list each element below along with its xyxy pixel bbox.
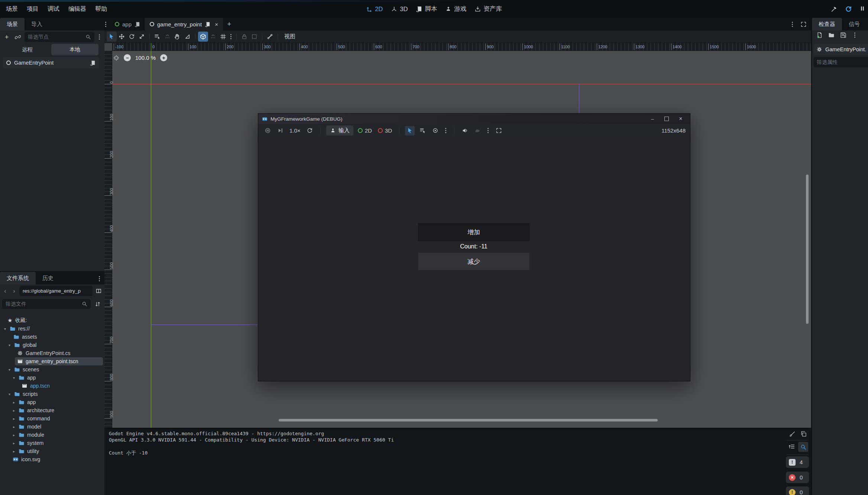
skeleton-options-button[interactable] xyxy=(265,32,275,42)
filter-files-input[interactable]: 筛选文件 xyxy=(2,299,91,309)
grid-toggle-button[interactable] xyxy=(218,32,228,42)
pivot-tool-button[interactable] xyxy=(162,32,172,42)
decrease-button[interactable]: 减少 xyxy=(418,253,529,270)
view-menu-button[interactable]: 视图 xyxy=(281,33,299,40)
ruler-tool-button[interactable] xyxy=(182,32,192,42)
game-window-titlebar[interactable]: MyGFrameworkGame (DEBUG) – × xyxy=(258,114,690,124)
scene-tab-app[interactable]: app xyxy=(110,18,145,30)
zoom-percent[interactable]: 100.0 % xyxy=(135,55,156,61)
tree-item-global[interactable]: ▾global xyxy=(0,341,103,349)
tree-item-game-entry-point-tscn[interactable]: game_entry_point.tscn xyxy=(15,357,103,365)
tab-signals[interactable]: 信号 xyxy=(842,18,867,30)
warnings-filter-badge[interactable]: ! 0 xyxy=(786,486,809,495)
editor-layout-menu-icon[interactable] xyxy=(792,24,793,25)
lock-node-button[interactable] xyxy=(239,32,249,42)
suspend-icon[interactable] xyxy=(263,126,272,136)
tab-node-clipped[interactable]: 节点 xyxy=(867,18,868,30)
group-node-button[interactable] xyxy=(249,32,259,42)
horizontal-scrollbar[interactable] xyxy=(279,419,658,421)
tree-item-utility[interactable]: ▸utility xyxy=(0,447,103,455)
mute-audio-button[interactable] xyxy=(460,126,470,136)
zoom-out-button[interactable]: − xyxy=(124,54,131,61)
select-mode-button[interactable] xyxy=(405,126,415,136)
game-window[interactable]: MyGFrameworkGame (DEBUG) – × 1.0× 输入 2D … xyxy=(258,113,690,381)
debug-menu-icon[interactable] xyxy=(488,130,489,131)
snap-options-button[interactable] xyxy=(208,32,218,42)
select-tool-button[interactable] xyxy=(107,32,117,42)
restart-icon[interactable] xyxy=(305,126,315,136)
scene-tab-game-entry-point[interactable]: game_entry_point × xyxy=(145,18,223,30)
vertical-scrollbar[interactable] xyxy=(806,175,809,324)
game-viewport[interactable]: 增加 Count: -11 减少 xyxy=(258,137,690,381)
tab-scene-dock[interactable]: 场景 xyxy=(0,18,25,30)
tree-item-favorites[interactable]: ★收藏: xyxy=(0,316,103,325)
filter-nodes-input[interactable]: 筛选节点 xyxy=(25,32,94,42)
tree-item-app-tscn[interactable]: app.tscn xyxy=(0,382,103,390)
tree-item-system[interactable]: ▸system xyxy=(0,439,103,447)
use-snap-button[interactable] xyxy=(198,32,208,42)
camera-override-button[interactable] xyxy=(430,126,440,136)
move-tool-button[interactable] xyxy=(117,32,127,42)
nav-back-icon[interactable]: ‹ xyxy=(1,288,9,294)
remote-button[interactable]: 远程 xyxy=(4,44,51,55)
increase-button[interactable]: 增加 xyxy=(418,223,529,241)
save-resource-icon[interactable] xyxy=(840,32,846,38)
tree-item-scripts-app[interactable]: ▸app xyxy=(0,398,103,406)
tree-item-assets[interactable]: assets xyxy=(0,333,103,341)
current-path-field[interactable]: res://global/game_entry_p xyxy=(19,286,93,296)
scene-dock-menu-icon[interactable] xyxy=(99,36,100,38)
add-node-button[interactable]: + xyxy=(2,33,11,41)
menu-debug[interactable]: 调试 xyxy=(43,3,64,15)
speed-select[interactable]: 1.0× xyxy=(288,127,302,134)
scene-tree-root-node[interactable]: GameEntryPoint xyxy=(3,57,99,68)
tab-import-dock[interactable]: 导入 xyxy=(25,18,49,30)
tree-item-scenes[interactable]: ▾scenes xyxy=(0,365,103,374)
minimize-icon[interactable]: – xyxy=(647,115,658,123)
tree-item-model[interactable]: ▸model xyxy=(0,423,103,431)
menu-scene[interactable]: 场景 xyxy=(1,3,22,15)
workspace-game[interactable]: 游戏 xyxy=(445,5,466,13)
tree-item-res-root[interactable]: ▾res:// xyxy=(0,325,103,333)
debug-options-icon[interactable] xyxy=(473,126,482,136)
tool-select-mode-icon[interactable] xyxy=(830,6,838,13)
tree-item-architecture[interactable]: ▸architecture xyxy=(0,406,103,414)
messages-filter-badge[interactable]: ! 4 xyxy=(786,456,809,468)
2d-mode-button[interactable]: 2D xyxy=(356,127,373,134)
tree-item-app-folder[interactable]: ▾app xyxy=(0,374,103,382)
load-resource-icon[interactable] xyxy=(828,32,835,38)
workspace-2d[interactable]: 2D xyxy=(366,6,383,13)
pause-game-icon[interactable] xyxy=(859,6,867,13)
workspace-3d[interactable]: 3D xyxy=(391,6,408,13)
close-tab-icon[interactable]: × xyxy=(213,21,218,27)
pan-tool-button[interactable] xyxy=(172,32,182,42)
filesystem-menu-icon[interactable] xyxy=(99,278,100,279)
filter-properties-input[interactable]: 筛选属性 xyxy=(813,57,868,67)
3d-mode-button[interactable]: 3D xyxy=(376,127,393,134)
zoom-in-button[interactable]: + xyxy=(160,54,167,61)
workspace-assetlib[interactable]: 资产库 xyxy=(475,5,502,13)
next-frame-icon[interactable] xyxy=(275,126,285,136)
maximize-icon[interactable] xyxy=(661,115,672,123)
tree-item-gameentrypoint-cs[interactable]: GameEntryPoint.cs xyxy=(0,349,103,357)
scale-tool-button[interactable] xyxy=(137,32,147,42)
errors-filter-badge[interactable]: × 0 xyxy=(786,472,809,483)
snap-menu-icon[interactable] xyxy=(230,36,231,37)
new-resource-icon[interactable] xyxy=(816,32,823,38)
tab-filesystem[interactable]: 文件系统 xyxy=(0,272,36,284)
search-output-icon[interactable] xyxy=(798,442,808,452)
selection-options-icon[interactable] xyxy=(445,130,446,131)
scene-tab-list-icon[interactable] xyxy=(105,24,106,25)
restart-game-icon[interactable] xyxy=(845,6,852,13)
tree-item-scripts[interactable]: ▾scripts xyxy=(0,390,103,398)
menu-project[interactable]: 项目 xyxy=(22,3,43,15)
copy-output-icon[interactable] xyxy=(800,431,807,437)
clear-output-icon[interactable] xyxy=(789,431,796,437)
sort-files-icon[interactable] xyxy=(94,301,102,307)
instance-scene-icon[interactable] xyxy=(13,34,22,40)
tree-item-icon-svg[interactable]: icon.svg xyxy=(0,455,103,463)
list-select-tool-button[interactable] xyxy=(152,32,162,42)
fullscreen-icon[interactable] xyxy=(494,126,503,136)
tab-history[interactable]: 历史 xyxy=(36,272,60,284)
resource-menu-icon[interactable] xyxy=(854,35,855,36)
new-scene-tab-button[interactable]: + xyxy=(223,20,236,28)
